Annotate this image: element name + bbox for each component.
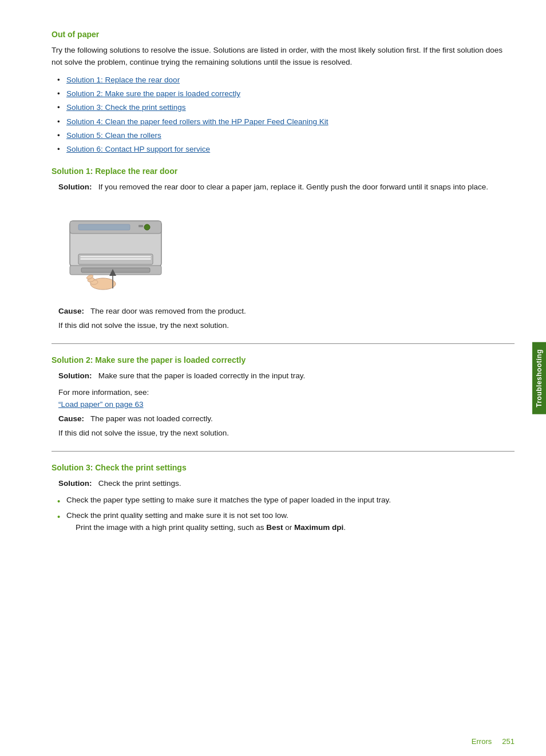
solutions-list: Solution 1: Replace the rear door Soluti… <box>52 74 515 156</box>
intro-text: Try the following solutions to resolve t… <box>52 45 515 69</box>
sidebar-tab-label: Troubleshooting <box>532 342 546 414</box>
for-more-text: For more information, see: <box>52 387 515 399</box>
solution5-link[interactable]: Solution 5: Clean the rollers <box>66 131 161 140</box>
svg-rect-7 <box>78 224 130 230</box>
svg-rect-6 <box>139 225 143 227</box>
solution3-text: Solution: Check the print settings. <box>52 478 515 490</box>
divider2 <box>52 451 515 452</box>
out-of-paper-heading: Out of paper <box>52 30 515 39</box>
solution2-link[interactable]: Solution 2: Make sure the paper is loade… <box>66 89 240 98</box>
list-item: Solution 5: Clean the rollers <box>57 130 515 141</box>
cause2-label: Cause: <box>58 414 84 423</box>
solution1-heading: Solution 1: Replace the rear door <box>52 167 515 176</box>
solution3-heading: Solution 3: Check the print settings <box>52 463 515 472</box>
footer-page-number: 251 <box>502 737 515 746</box>
svg-rect-4 <box>80 258 151 260</box>
bullet-item-2: Check the print quality setting and make… <box>57 510 515 534</box>
page-footer: Errors 251 <box>472 737 515 746</box>
footer-text: Errors <box>472 737 492 746</box>
solution3-bullets: Check the paper type setting to make sur… <box>52 494 515 534</box>
solution2-text: Solution: Make sure that the paper is lo… <box>52 370 515 382</box>
cause1-label: Cause: <box>58 307 84 315</box>
cause1-body: The rear door was removed from the produ… <box>90 307 246 315</box>
out-of-paper-section: Out of paper Try the following solutions… <box>52 30 515 155</box>
printer-image <box>58 204 173 295</box>
svg-rect-3 <box>80 256 151 258</box>
solution2-section: Solution 2: Make sure the paper is loade… <box>52 355 515 440</box>
list-item: Solution 4: Clean the paper feed rollers… <box>57 116 515 128</box>
bullet2-mid: or <box>283 523 294 532</box>
cause2-body: The paper was not loaded correctly. <box>90 414 213 423</box>
next-solution2-text: If this did not solve the issue, try the… <box>52 428 515 440</box>
bullet2-bold1: Best <box>266 523 283 532</box>
printer-illustration <box>58 204 173 295</box>
bullet2-end: . <box>343 523 346 532</box>
solution2-heading: Solution 2: Make sure the paper is loade… <box>52 355 515 365</box>
solution3-body: Check the print settings. <box>98 479 181 488</box>
page-container: Out of paper Try the following solutions… <box>0 0 546 756</box>
list-item: Solution 1: Replace the rear door <box>57 74 515 86</box>
next-solution1-text: If this did not solve the issue, try the… <box>52 320 515 332</box>
bullet-item-1: Check the paper type setting to make sur… <box>57 494 515 506</box>
solution2-label: Solution: <box>58 371 92 380</box>
solution4-link[interactable]: Solution 4: Clean the paper feed rollers… <box>66 117 329 126</box>
solution1-body: If you removed the rear door to clear a … <box>98 183 488 191</box>
svg-point-5 <box>144 224 150 230</box>
list-item: Solution 6: Contact HP support for servi… <box>57 144 515 155</box>
sidebar-tab: Troubleshooting <box>532 0 546 756</box>
solution3-link[interactable]: Solution 3: Check the print settings <box>66 103 186 112</box>
solution1-link[interactable]: Solution 1: Replace the rear door <box>66 76 180 84</box>
solution3-label: Solution: <box>58 479 92 488</box>
solution1-cause: Cause: The rear door was removed from th… <box>52 306 515 318</box>
solution1-label: Solution: <box>58 183 92 191</box>
bullet1-text: Check the paper type setting to make sur… <box>66 496 391 504</box>
bullet2-bold2: Maximum dpi <box>294 523 343 532</box>
solution1-text: Solution: If you removed the rear door t… <box>52 181 515 193</box>
list-item: Solution 3: Check the print settings <box>57 102 515 113</box>
solution2-cause: Cause: The paper was not loaded correctl… <box>52 413 515 425</box>
svg-rect-9 <box>81 268 150 272</box>
load-paper-link[interactable]: “Load paper” on page 63 <box>58 400 144 409</box>
solution3-section: Solution 3: Check the print settings Sol… <box>52 463 515 534</box>
solution6-link[interactable]: Solution 6: Contact HP support for servi… <box>66 145 210 153</box>
solution2-body: Make sure that the paper is loaded corre… <box>98 371 305 380</box>
bullet2-pre: Print the image with a high print qualit… <box>76 523 266 532</box>
bullet2-text: Check the print quality setting and make… <box>66 511 288 520</box>
divider1 <box>52 343 515 344</box>
list-item: Solution 2: Make sure the paper is loade… <box>57 88 515 100</box>
main-content: Out of paper Try the following solutions… <box>0 0 546 756</box>
bullet2-subtext: Print the image with a high print qualit… <box>66 522 515 534</box>
solution1-section: Solution 1: Replace the rear door Soluti… <box>52 167 515 332</box>
